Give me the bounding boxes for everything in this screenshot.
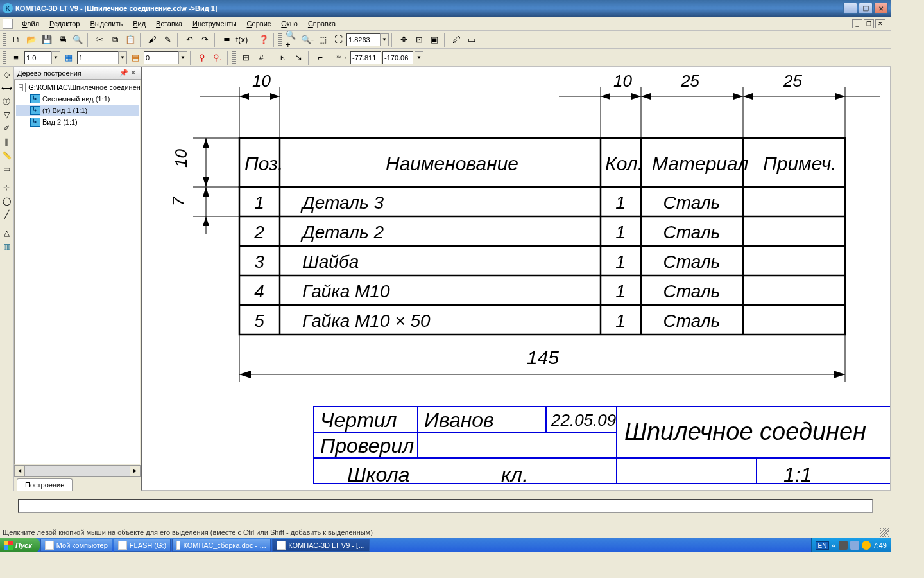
tray-chevron[interactable]: « [832,541,835,549]
save-button[interactable]: 💾 [40,33,54,47]
menu-Вставка[interactable]: Вставка [151,19,187,29]
zoom-window-button[interactable]: ⬚ [316,33,330,47]
command-input[interactable] [18,499,873,513]
layer-combo[interactable]: ▼ [77,51,127,64]
lang-indicator[interactable]: EN [816,541,830,550]
copy-props-button[interactable]: 🖌 [145,33,159,47]
coord-x[interactable] [350,51,381,64]
doc-minimize[interactable]: _ [852,19,862,28]
lt-combo[interactable]: ▼ [144,51,187,64]
start-button[interactable]: Пуск [0,538,40,552]
lt-input[interactable] [144,51,178,64]
zoom-all-button[interactable]: ▣ [427,33,441,47]
layer-btn[interactable]: ▦ [62,51,76,65]
menu-Выделить[interactable]: Выделить [85,19,128,29]
circle-tool[interactable]: ◯ [0,195,13,207]
tree-pin[interactable]: 📌 [119,69,128,78]
properties-button[interactable]: ✎ [160,33,175,47]
param-tool[interactable]: ∥ [0,136,13,148]
tree-tab[interactable]: Построение [17,478,73,491]
select-tool[interactable]: ▭ [0,162,13,175]
tray-icon-3[interactable] [862,541,871,550]
drawing-canvas[interactable]: .thin{stroke:#000;stroke-width:1;fill:no… [141,67,891,491]
tray-icon-1[interactable] [839,541,848,550]
round-button[interactable]: ↘ [291,51,305,65]
snap-toggle[interactable]: ⚲ [195,51,209,65]
clock[interactable]: 7:49 [873,541,887,549]
scroll-left[interactable]: ◄ [14,465,25,477]
scroll-track[interactable] [25,465,130,477]
menu-Сервис[interactable]: Сервис [242,19,277,29]
open-button[interactable]: 📂 [24,33,38,47]
zoom-dropdown[interactable]: ▼ [380,33,389,46]
zoom-input[interactable] [346,33,380,46]
tree-item-1[interactable]: (т) Вид 1 (1:1) [16,105,139,116]
doc-close[interactable]: ✕ [875,19,886,28]
measure-tool[interactable]: 📏 [0,149,13,162]
close-button[interactable]: ✕ [874,3,888,14]
tree-root[interactable]: − G:\КОМПАС\Шпилечное соединен [16,82,139,93]
tree-close[interactable]: ✕ [128,69,137,78]
spec-tool[interactable]: ▥ [0,240,13,253]
zoom-combo[interactable]: ▼ [346,33,389,46]
coord-dropdown[interactable]: ▼ [415,51,424,64]
tray-icon-2[interactable] [850,541,859,550]
lines-menu-button[interactable]: ≡ [9,51,23,65]
menu-Редактор[interactable]: Редактор [44,19,85,29]
snap-settings[interactable]: ⚲. [210,51,225,65]
zoom-prev-button[interactable]: ⊡ [412,33,426,47]
layer-dropdown[interactable]: ▼ [118,51,127,64]
help-cursor-button[interactable]: ❓ [257,33,271,47]
lcs-button[interactable]: ⌐ [313,51,327,65]
redo-button[interactable]: ↷ [198,33,212,47]
coord-y[interactable] [382,51,413,64]
new-button[interactable]: 🗋 [9,33,23,47]
menu-Окно[interactable]: Окно [276,19,303,29]
menu-Вид[interactable]: Вид [128,19,151,29]
menu-Справка[interactable]: Справка [303,19,341,29]
layer-input[interactable] [77,51,118,64]
taskbar-button-0[interactable]: Мой компьютер [40,539,112,552]
menu-Файл[interactable]: Файл [17,19,44,29]
zoom-out-button[interactable]: 🔍- [300,33,314,47]
aux-tool[interactable]: △ [0,227,13,240]
grid-snap-button[interactable]: # [254,51,268,65]
tree-item-0[interactable]: Системный вид (1:1) [16,93,139,105]
zoom-in-button[interactable]: 🔍+ [285,33,299,47]
scroll-right[interactable]: ► [130,465,141,477]
tree-hscroll[interactable]: ◄ ► [14,465,141,477]
ortho-button[interactable]: ⊾ [276,51,290,65]
lt-dropdown[interactable]: ▼ [178,51,187,64]
copy-button[interactable]: ⧉ [108,33,122,47]
undo-button[interactable]: ↶ [182,33,196,47]
linewidth-dropdown[interactable]: ▼ [51,51,60,64]
rough-tool[interactable]: ▽ [0,109,13,121]
geometry-tool[interactable]: ◇ [0,68,13,81]
point-tool[interactable]: ⊹ [0,181,13,194]
menu-Инструменты[interactable]: Инструменты [187,19,242,29]
taskbar-button-3[interactable]: КОМПАС-3D LT V9 - [… [272,539,370,552]
line-tool[interactable]: ╱ [0,208,13,221]
preview-button[interactable]: 🔍 [71,33,85,47]
restore-button[interactable]: ❐ [859,3,873,14]
pan-button[interactable]: ✥ [397,33,411,47]
paste-button[interactable]: 📋 [123,33,137,47]
lt-btn[interactable]: ▤ [128,51,142,65]
window-button[interactable]: ▭ [465,33,479,47]
vars-button[interactable]: f(x) [235,33,249,47]
notation-tool[interactable]: Ⓣ [0,95,13,108]
zoom-fit-button[interactable]: ⛶ [331,33,345,47]
grid-button[interactable]: ⊞ [239,51,253,65]
redraw-button[interactable]: 🖊 [449,33,463,47]
tree-item-2[interactable]: Вид 2 (1:1) [16,116,139,128]
dim-tool[interactable]: ⟷ [0,82,13,94]
taskbar-button-1[interactable]: FLASH (G:) [114,539,171,552]
resize-grip[interactable] [880,528,889,537]
minimize-button[interactable]: _ [843,3,857,14]
print-button[interactable]: 🖶 [55,33,69,47]
manager-button[interactable]: ≣ [219,33,234,47]
taskbar-button-2[interactable]: КОМПАС_сборка.doc - … [172,539,271,552]
doc-restore[interactable]: ❐ [864,19,874,28]
linewidth-combo[interactable]: ▼ [24,51,60,64]
system-tray[interactable]: EN « 7:49 [811,538,891,552]
